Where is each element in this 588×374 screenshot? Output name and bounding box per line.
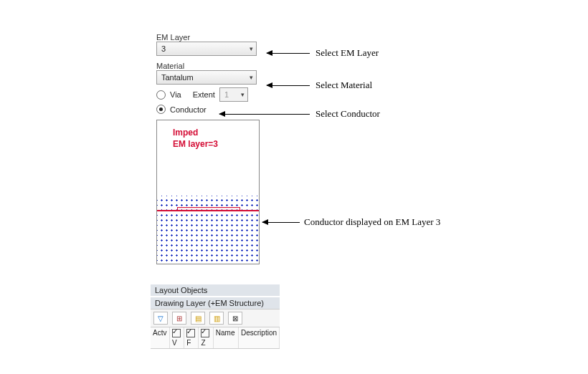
substrate-grid — [157, 196, 259, 264]
material-value: Tantalum — [161, 73, 194, 82]
material-label: Material — [156, 62, 278, 70]
arrow-em-layer — [267, 53, 310, 54]
filter-icon[interactable]: ▽ — [153, 312, 168, 325]
arrow-material — [267, 85, 310, 86]
em-layer-dropdown[interactable]: 3 ▾ — [156, 42, 257, 56]
conductor-label: Conductor — [170, 105, 207, 114]
em-settings-panel: EM Layer 3 ▾ Material Tantalum ▾ Via Ext… — [156, 29, 278, 264]
layout-toolbar: ▽ ⊞ ▤ ▥ ⊠ — [151, 309, 280, 327]
annotation-canvas-conductor: Conductor displayed on EM Layer 3 — [304, 216, 440, 228]
annotation-em-layer: Select EM Layer — [316, 47, 379, 59]
arrow-conductor — [219, 114, 310, 115]
col-v: V — [170, 327, 184, 348]
preview-canvas: Imped EM layer=3 — [156, 120, 260, 264]
layout-objects-panel: Layout Objects Drawing Layer (+EM Struct… — [151, 283, 280, 349]
conductor-radio[interactable] — [156, 105, 166, 114]
conductor-shape — [177, 207, 240, 211]
arrow-canvas-conductor — [262, 222, 300, 223]
layout-objects-header: Layout Objects — [151, 284, 280, 296]
drawing-layer-header: Drawing Layer (+EM Structure) — [151, 297, 280, 309]
annotation-material: Select Material — [316, 80, 372, 91]
col-name: Name — [214, 327, 239, 348]
col-f: F — [184, 327, 199, 348]
canvas-text-emlayer: EM layer=3 — [173, 139, 218, 149]
canvas-text-imped: Imped — [173, 128, 198, 138]
col-description: Description — [239, 327, 280, 348]
table-header: Actv V F Z Name Description — [151, 327, 280, 349]
toolbar-btn-3[interactable]: ▤ — [191, 312, 205, 325]
col-actv: Actv — [151, 327, 170, 348]
em-layer-label: EM Layer — [156, 33, 278, 42]
chevron-down-icon: ▾ — [250, 45, 253, 52]
chevron-down-icon: ▾ — [250, 74, 253, 81]
em-layer-value: 3 — [161, 44, 166, 53]
toolbar-btn-2[interactable]: ⊞ — [172, 312, 186, 325]
toolbar-btn-5[interactable]: ⊠ — [228, 312, 242, 325]
toolbar-btn-4[interactable]: ▥ — [209, 312, 224, 325]
via-label: Via — [170, 90, 181, 99]
chevron-down-icon: ▾ — [241, 91, 245, 98]
extent-label: Extent — [193, 90, 215, 99]
col-z: Z — [199, 327, 213, 348]
via-radio[interactable] — [156, 90, 166, 100]
extent-dropdown[interactable]: 1 ▾ — [219, 87, 248, 102]
material-dropdown[interactable]: Tantalum ▾ — [156, 70, 257, 85]
annotation-conductor: Select Conductor — [316, 108, 380, 120]
extent-value: 1 — [224, 90, 229, 99]
